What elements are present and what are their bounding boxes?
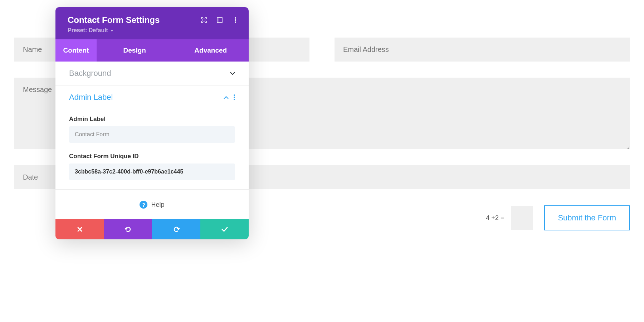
tab-content[interactable]: Content: [55, 39, 97, 62]
section-options-icon[interactable]: [234, 94, 235, 100]
unique-id-field-label: Contact Form Unique ID: [69, 153, 235, 160]
cancel-button[interactable]: [55, 219, 104, 239]
admin-label-field-label: Admin Label: [69, 116, 235, 123]
panel-title: Contact Form Settings: [68, 15, 160, 25]
panel-header: Contact Form Settings Preset: Default ▼: [55, 7, 249, 39]
settings-panel: Contact Form Settings Preset: Default ▼ …: [55, 7, 249, 239]
drag-icon[interactable]: [216, 17, 223, 23]
more-icon[interactable]: [232, 17, 239, 23]
section-background-title: Background: [69, 69, 111, 78]
redo-button[interactable]: [152, 219, 200, 239]
section-admin-label-toggle[interactable]: Admin Label: [55, 86, 249, 109]
close-icon: [77, 226, 83, 232]
help-icon: ?: [140, 201, 147, 209]
help-row[interactable]: ? Help: [55, 190, 249, 219]
preset-selector[interactable]: Preset: Default ▼: [68, 27, 239, 34]
section-background-toggle[interactable]: Background: [55, 62, 249, 85]
help-label: Help: [151, 201, 164, 209]
captcha-label: 4 +2 =: [486, 214, 504, 222]
chevron-up-icon: [224, 96, 229, 99]
panel-tabs: Content Design Advanced: [55, 39, 249, 62]
admin-label-input[interactable]: [69, 126, 235, 143]
svg-rect-1: [217, 18, 222, 23]
unique-id-input[interactable]: [69, 164, 235, 180]
undo-button[interactable]: [104, 219, 152, 239]
tab-design[interactable]: Design: [97, 39, 173, 62]
submit-button[interactable]: Submit the Form: [544, 205, 630, 230]
chevron-down-icon: ▼: [110, 29, 114, 33]
svg-point-3: [235, 17, 236, 19]
svg-point-5: [235, 21, 236, 23]
svg-point-4: [235, 19, 236, 21]
redo-icon: [173, 226, 180, 233]
panel-body: Background Admin Label Admin: [55, 62, 249, 219]
section-admin-label-title: Admin Label: [69, 93, 113, 102]
email-input[interactable]: [335, 38, 630, 62]
tab-advanced[interactable]: Advanced: [173, 39, 249, 62]
svg-rect-0: [203, 19, 205, 21]
undo-icon: [125, 226, 132, 233]
save-button[interactable]: [200, 219, 249, 239]
chevron-down-icon: [230, 72, 235, 75]
expand-icon[interactable]: [201, 17, 207, 23]
preset-label: Preset: Default: [68, 27, 108, 34]
captcha-input[interactable]: [511, 206, 533, 230]
check-icon: [221, 227, 228, 232]
panel-footer: [55, 219, 249, 239]
